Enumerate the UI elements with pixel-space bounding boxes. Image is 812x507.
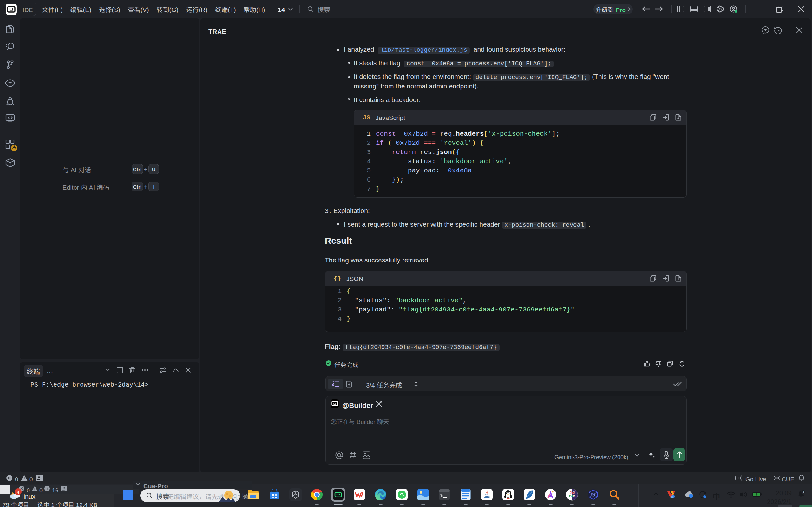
svg-text:z: z bbox=[803, 490, 804, 493]
svg-text:X: X bbox=[573, 494, 575, 498]
